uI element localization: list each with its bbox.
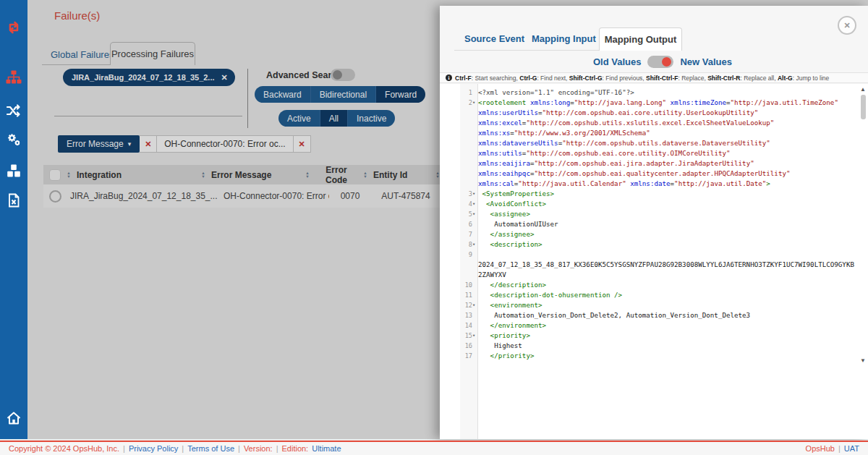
- hint-text: : Find next,: [537, 75, 569, 82]
- line-number: 6: [440, 219, 472, 229]
- sync-icon[interactable]: [5, 19, 22, 36]
- code-line: xmlns:cal="http://java.util.Calendar" xm…: [440, 179, 858, 189]
- search-hints: Ctrl-F: Start searching, Ctrl-G: Find ne…: [455, 75, 829, 82]
- code-line: 9: [440, 250, 858, 260]
- footer: Copyright © 2024 OpsHub, Inc. | Privacy …: [0, 441, 868, 455]
- line-number: 14: [440, 320, 472, 331]
- info-icon: i: [446, 75, 452, 81]
- line-number: 16: [440, 341, 472, 351]
- old-new-values-toggle[interactable]: [647, 56, 673, 68]
- line-number: 4: [440, 199, 472, 209]
- panel-tabs: Source Event Mapping Input Mapping Outpu…: [440, 27, 868, 50]
- line-number: 5: [440, 209, 472, 219]
- hint-key: Shift-Ctrl-G: [569, 75, 603, 82]
- edition-value: Ultimate: [312, 444, 341, 453]
- code-line: xmlns:eaihpqc="http://com.opshub.eai.qua…: [440, 169, 858, 179]
- fold-arrow-icon[interactable]: ▾: [472, 199, 475, 209]
- scrollbar-thumb[interactable]: [861, 95, 866, 119]
- shuffle-icon[interactable]: [5, 102, 22, 119]
- excel-export-icon[interactable]: [5, 192, 22, 209]
- code-line: 16 Highest: [440, 341, 858, 351]
- line-number: 9: [440, 250, 472, 260]
- code-line: 4▾ <AvoidConflict>: [440, 199, 858, 209]
- fold-arrow-icon[interactable]: ▾: [472, 209, 475, 219]
- code-line: xmlns:userUtils="http://com.opshub.eai.c…: [440, 108, 858, 118]
- code-line: 11 <description-dot-ohusermention />: [440, 290, 858, 300]
- line-number: 12: [440, 300, 472, 310]
- code-line: 3▾ <SystemProperties>: [440, 189, 858, 199]
- tab-source-event[interactable]: Source Event: [464, 33, 524, 44]
- separator: |: [238, 444, 240, 453]
- code-line: 10 </description>: [440, 280, 858, 290]
- gears-icon[interactable]: [5, 131, 22, 148]
- line-number: 17: [440, 351, 472, 361]
- code-line: 2▾<rootelement xmlns:long="http://java.l…: [440, 98, 858, 108]
- code-line: 14 </environment>: [440, 320, 858, 331]
- search-hint-bar: i Ctrl-F: Start searching, Ctrl-G: Find …: [440, 72, 868, 83]
- line-number: 13: [440, 310, 472, 320]
- separator: |: [276, 444, 278, 453]
- line-number: 8: [440, 239, 472, 250]
- code-line: xmlns:utils="http://com.opshub.eai.core.…: [440, 148, 858, 158]
- code-line: xmlns:dataverseUtils="http://com.opshub.…: [440, 138, 858, 148]
- code-line: 2024_07_12_18_35_48_817_KX36E0K5C5YSGSNY…: [440, 260, 858, 270]
- tab-mapping-output[interactable]: Mapping Output: [599, 27, 682, 51]
- hint-key: Ctrl-G: [519, 75, 537, 82]
- line-number: 11: [440, 290, 472, 300]
- hint-text: : Replace all,: [740, 75, 778, 82]
- scrollbar-up-icon[interactable]: ▲: [860, 86, 866, 93]
- code-line: 5▾ <assignee>: [440, 209, 858, 219]
- code-line: xmlns:xs="http://www.w3.org/2001/XMLSche…: [440, 128, 858, 138]
- version-label: Version:: [244, 444, 273, 453]
- line-number: 10: [440, 280, 472, 290]
- cubes-icon[interactable]: [5, 162, 22, 179]
- line-number: 2: [440, 98, 472, 108]
- hint-text: : Start searching,: [472, 75, 520, 82]
- code-lines: 1<?xml version="1.1" encoding="UTF-16"?>…: [440, 88, 858, 361]
- code-line: 8▾ <description>: [440, 239, 858, 250]
- privacy-policy-link[interactable]: Privacy Policy: [129, 444, 178, 453]
- line-number: 15: [440, 331, 472, 341]
- values-toggle-row: Old Values New Values: [593, 56, 732, 68]
- fold-arrow-icon[interactable]: ▾: [472, 331, 475, 341]
- tab-mapping-input[interactable]: Mapping Input: [532, 33, 596, 44]
- terms-of-use-link[interactable]: Terms of Use: [187, 444, 234, 453]
- tab-underline: [454, 50, 599, 51]
- environment-text: UAT: [844, 444, 859, 453]
- copyright-text: Copyright © 2024 OpsHub, Inc.: [9, 444, 119, 453]
- toggle-knob: [662, 57, 671, 67]
- hint-text: : Jump to line: [793, 75, 830, 82]
- app-root: Failure(s) Global Failures Processing Fa…: [0, 0, 868, 455]
- fold-arrow-icon[interactable]: ▾: [472, 300, 475, 310]
- fold-arrow-icon[interactable]: ▾: [472, 239, 475, 250]
- hint-key: Shift-Ctrl-F: [646, 75, 678, 82]
- home-icon[interactable]: [5, 409, 22, 427]
- sitemap-icon[interactable]: [5, 69, 22, 86]
- code-line: xmlns:excel="http://com.opshub.utils.xsl…: [440, 118, 858, 128]
- brand-text: OpsHub: [806, 444, 835, 453]
- hint-text: : Find previous,: [603, 75, 646, 82]
- line-number: 1: [440, 88, 472, 98]
- fold-arrow-icon[interactable]: ▾: [472, 189, 475, 199]
- line-number: 3: [440, 189, 472, 199]
- hint-key: Shift-Ctrl-R: [707, 75, 740, 82]
- hint-key: Ctrl-F: [455, 75, 472, 82]
- code-line: xmlns:eaijira="http://com.opshub.eai.jir…: [440, 158, 858, 169]
- hint-key: Alt-G: [778, 75, 793, 82]
- separator: |: [838, 444, 841, 453]
- fold-arrow-icon[interactable]: ▾: [472, 98, 475, 108]
- xml-code-editor[interactable]: 1<?xml version="1.1" encoding="UTF-16"?>…: [440, 84, 868, 439]
- separator: |: [182, 444, 184, 453]
- scrollbar-down-icon[interactable]: ▼: [860, 357, 866, 364]
- code-line: 7 </assignee>: [440, 229, 858, 239]
- hint-text: : Replace,: [678, 75, 707, 82]
- code-line: 6 AutomationUIUser: [440, 219, 858, 229]
- edition-label: Edition:: [281, 444, 308, 453]
- code-line: 12▾ <environment>: [440, 300, 858, 310]
- new-values-label[interactable]: New Values: [680, 56, 732, 67]
- old-values-label[interactable]: Old Values: [593, 56, 641, 67]
- sidebar: [0, 0, 27, 439]
- separator: |: [123, 444, 125, 453]
- line-number: 7: [440, 229, 472, 239]
- code-line: 2ZAWYXV: [440, 270, 858, 280]
